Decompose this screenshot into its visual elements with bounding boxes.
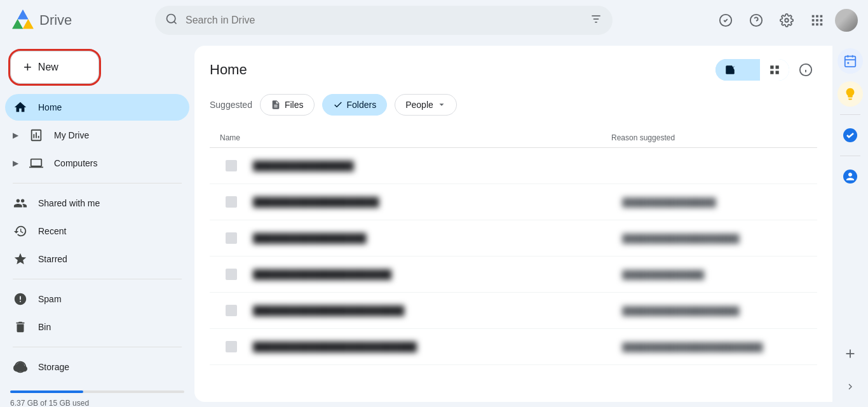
sidebar-item-recent[interactable]: Recent — [5, 218, 189, 244]
settings-icon-btn[interactable] — [774, 8, 799, 33]
drive-logo-icon — [10, 8, 36, 33]
svg-rect-40 — [226, 305, 237, 316]
table-row[interactable]: ████████████████████████ ███████████████… — [210, 293, 817, 329]
shared-icon — [13, 196, 28, 210]
sidebar-item-starred[interactable]: Starred — [5, 246, 189, 272]
sidebar-item-bin[interactable]: Bin — [5, 314, 189, 340]
svg-rect-20 — [812, 23, 815, 26]
svg-rect-31 — [776, 71, 779, 74]
search-bar[interactable] — [155, 6, 613, 35]
sidebar-divider-2 — [13, 279, 182, 279]
storage-text: 6.37 GB of 15 GB used — [10, 399, 89, 407]
col-reason-header: Reason suggested — [611, 133, 807, 142]
filter-people-label: People — [405, 100, 433, 110]
new-button[interactable]: + New — [10, 51, 99, 84]
filter-files-label: Files — [285, 100, 304, 110]
sidebar-item-computers[interactable]: ▶ Computers — [5, 150, 189, 177]
rs-divider — [840, 114, 860, 115]
svg-rect-17 — [812, 19, 815, 22]
row-reason: ████████████████████ — [622, 306, 807, 316]
sidebar-item-spam[interactable]: Spam — [5, 286, 189, 312]
sidebar: + New Home ▶ — [0, 41, 194, 407]
sidebar-item-label: Spam — [38, 294, 62, 304]
svg-rect-21 — [816, 23, 818, 26]
table-row[interactable]: ██████████████████████████ █████████████… — [210, 329, 817, 365]
view-toggle — [715, 59, 789, 81]
filter-folders-label: Folders — [347, 100, 377, 110]
info-button[interactable] — [794, 58, 817, 81]
filter-chip-people[interactable]: People — [395, 94, 457, 116]
col-name-header: Name — [220, 133, 611, 142]
sidebar-divider-3 — [13, 347, 182, 347]
content-area: Home — [194, 46, 832, 402]
svg-rect-46 — [847, 62, 849, 64]
my-drive-icon — [29, 128, 44, 142]
filter-row: Suggested Files Folders People — [210, 94, 817, 116]
help-icon-btn[interactable] — [743, 8, 769, 33]
svg-point-5 — [167, 14, 175, 22]
table-row[interactable]: ████████████████ — [210, 148, 817, 184]
row-name: ██████████████████████████ — [253, 341, 622, 352]
table-row[interactable]: ████████████████████ ████████████████ — [210, 184, 817, 220]
main-layout: + New Home ▶ — [0, 41, 868, 407]
file-icon — [220, 190, 243, 213]
storage-bar-fill — [10, 390, 83, 393]
bin-icon — [13, 320, 28, 334]
sidebar-item-label: Bin — [38, 322, 51, 332]
sidebar-item-home[interactable]: Home — [5, 94, 189, 121]
svg-rect-41 — [226, 341, 237, 352]
apps-icon-btn[interactable] — [804, 8, 830, 33]
sidebar-item-storage[interactable]: Storage — [5, 354, 189, 380]
svg-rect-19 — [820, 19, 823, 22]
file-icon — [220, 299, 243, 322]
filter-label: Suggested — [210, 100, 252, 110]
file-icon — [220, 227, 243, 250]
list-view-btn[interactable] — [715, 59, 760, 81]
sidebar-item-my-drive[interactable]: ▶ My Drive — [5, 122, 189, 149]
computers-icon — [29, 156, 44, 170]
search-filter-icon[interactable] — [590, 13, 602, 29]
new-btn-wrap: + New — [0, 46, 194, 94]
avatar[interactable] — [835, 9, 858, 32]
search-input[interactable] — [186, 15, 582, 26]
svg-rect-16 — [820, 15, 823, 18]
sidebar-item-label: Home — [38, 102, 62, 112]
row-reason: ██████████████ — [622, 270, 807, 279]
row-name: ██████████████████████ — [253, 269, 622, 280]
keep-btn[interactable] — [837, 81, 863, 107]
svg-rect-22 — [820, 23, 823, 26]
filter-chip-folders[interactable]: Folders — [322, 94, 388, 116]
file-icon — [220, 335, 243, 358]
rs-divider-2 — [840, 156, 860, 156]
new-plus-icon: + — [24, 59, 32, 76]
table-header: Name Reason suggested — [210, 128, 817, 148]
table-row[interactable]: ██████████████████ ████████████████████ — [210, 220, 817, 257]
topbar-actions — [713, 8, 858, 33]
expand-icon: ▶ — [13, 131, 18, 140]
expand-panel-btn[interactable] — [837, 374, 863, 399]
row-reason: ████████████████ — [622, 197, 807, 207]
svg-rect-18 — [816, 19, 818, 22]
sidebar-item-shared[interactable]: Shared with me — [5, 190, 189, 217]
sidebar-divider-1 — [13, 183, 182, 183]
topbar: Drive — [0, 0, 868, 41]
row-name: ████████████████████████ — [253, 305, 622, 316]
table-row[interactable]: ██████████████████████ ██████████████ — [210, 257, 817, 293]
svg-rect-29 — [770, 65, 773, 69]
sidebar-item-label: My Drive — [54, 130, 89, 140]
filter-chip-files[interactable]: Files — [260, 94, 315, 116]
row-name: ████████████████████ — [253, 196, 622, 208]
contacts-btn[interactable] — [837, 164, 863, 189]
calendar-btn[interactable] — [837, 48, 863, 74]
svg-point-13 — [785, 18, 789, 22]
app-title: Drive — [39, 12, 72, 29]
tasks-btn[interactable] — [837, 123, 863, 148]
grid-view-btn[interactable] — [760, 59, 789, 81]
svg-rect-36 — [226, 160, 237, 171]
svg-rect-15 — [816, 15, 818, 18]
add-btn[interactable] — [837, 341, 863, 366]
page-title: Home — [210, 62, 247, 78]
svg-rect-38 — [226, 232, 237, 244]
spam-icon — [13, 292, 28, 306]
support-check-icon-btn[interactable] — [713, 8, 738, 33]
